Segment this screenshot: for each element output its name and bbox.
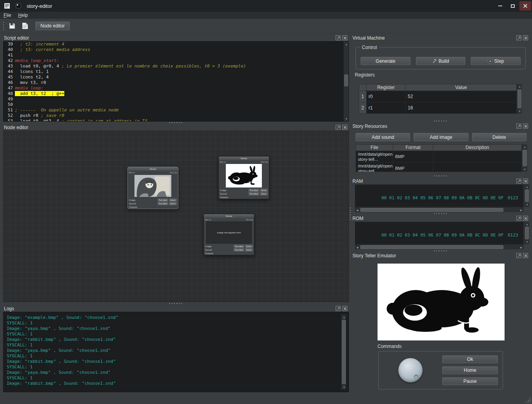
home-button[interactable]: Home [442, 366, 498, 374]
build-button[interactable]: Build [416, 57, 466, 65]
save-button[interactable] [7, 20, 18, 31]
ram-vscrollbar[interactable]: ▲ ▼ [524, 184, 529, 207]
scroll-down-icon[interactable]: ▼ [522, 167, 527, 172]
logs-scrollbar[interactable]: ▲ ▼ [341, 315, 346, 389]
splitter-vm-resources[interactable] [433, 120, 448, 122]
ok-button[interactable]: Ok [442, 355, 498, 363]
scroll-thumb[interactable] [523, 150, 527, 166]
close-window-button[interactable] [519, 1, 531, 11]
registers-scrollbar[interactable]: ▲ ▼ [517, 84, 522, 114]
scroll-up-icon[interactable]: ▲ [525, 184, 530, 189]
select-sound-button[interactable]: Select [245, 248, 253, 251]
close-button[interactable] [523, 178, 528, 184]
select-image-button[interactable]: Select [169, 198, 177, 202]
taskbar-doc-icon[interactable] [3, 2, 11, 10]
close-button[interactable] [523, 216, 528, 221]
scroll-thumb[interactable] [342, 320, 346, 384]
close-button[interactable] [523, 124, 528, 129]
add-sound-button[interactable]: Add sound [356, 133, 410, 141]
code-editor[interactable]: 39 ; t2: increment 440 ; t3: current med… [3, 41, 349, 122]
media-node-3[interactable]: Media Wire In Port Out Image will appear… [203, 214, 254, 255]
splitter-columns[interactable] [349, 207, 351, 222]
float-button[interactable] [516, 124, 521, 129]
register-row[interactable]: 1r052 [359, 91, 522, 102]
scroll-up-icon[interactable]: ▲ [525, 222, 530, 227]
resource-row[interactable]: /mnt/data/git/open-story-tell…BMP [356, 151, 527, 163]
close-button[interactable] [342, 35, 347, 40]
resize-grip[interactable] [525, 397, 530, 402]
scroll-left-icon[interactable]: ◀ [355, 207, 360, 213]
scroll-down-icon[interactable]: ▼ [525, 239, 530, 244]
register-row[interactable]: 2r116 [359, 102, 522, 114]
format-column-header[interactable]: Format [393, 144, 433, 151]
menu-file[interactable]: File [0, 12, 15, 18]
test-label-field[interactable]: Test-label [158, 202, 168, 205]
splitter-node-logs[interactable] [169, 302, 183, 304]
new-file-button[interactable] [20, 20, 31, 31]
maximize-button[interactable] [507, 1, 519, 11]
wire-in-port[interactable]: Wire In [205, 218, 211, 221]
test-label-field[interactable]: Test-label [158, 198, 168, 202]
ram-hscrollbar[interactable]: ◀ ▶ [355, 207, 524, 212]
float-button[interactable] [516, 178, 521, 184]
minimize-button[interactable] [494, 1, 506, 11]
register-column-header[interactable]: Register [367, 84, 406, 91]
port-out-port[interactable]: Port Out [170, 171, 177, 174]
select-image-button[interactable]: Select [260, 189, 268, 192]
menu-help[interactable]: Help [15, 12, 31, 18]
media-node-2[interactable]: Media Wire In Port Out Image Test-label … [218, 156, 269, 199]
splitter-rom-emulator[interactable] [433, 250, 448, 252]
select-image-button[interactable]: Select [245, 245, 253, 248]
splitter-ram-rom[interactable] [433, 213, 448, 215]
generate-button[interactable]: Generate [361, 57, 410, 65]
rom-hscrollbar[interactable]: ◀ ▶ [355, 244, 524, 249]
test-label-field[interactable]: Test-label [249, 192, 259, 195]
test-label-field[interactable]: Test-label [234, 248, 244, 251]
scroll-up-icon[interactable]: ▲ [522, 144, 527, 149]
node-canvas[interactable]: Media Wire In Port Out [3, 131, 349, 302]
delete-button[interactable]: Delete [472, 133, 527, 141]
scroll-down-icon[interactable]: ▼ [341, 384, 347, 389]
close-button[interactable] [342, 306, 347, 311]
step-button[interactable]: Step [471, 57, 521, 65]
toolbar-grip[interactable] [2, 21, 5, 31]
add-image-button[interactable]: Add image [414, 133, 468, 141]
float-button[interactable] [516, 216, 521, 221]
scroll-down-icon[interactable]: ▼ [344, 116, 349, 121]
pause-button[interactable]: Pause [442, 377, 498, 385]
scroll-left-icon[interactable]: ◀ [355, 245, 360, 250]
script-scrollbar[interactable]: ▲ ▼ [343, 42, 349, 121]
rom-vscrollbar[interactable]: ▲ ▼ [524, 222, 529, 244]
select-sound-button[interactable]: Select [260, 192, 268, 195]
file-column-header[interactable]: File [356, 144, 393, 151]
test-label-field[interactable]: Test-label [234, 245, 244, 248]
wire-in-port[interactable]: Wire In [220, 161, 226, 163]
rom-hex-view[interactable]: 00 01 02 03 04 05 06 07 08 09 0A 0B 0C 0… [355, 222, 524, 244]
scroll-right-icon[interactable]: ▶ [519, 207, 524, 213]
value-column-header[interactable]: Value [406, 84, 517, 91]
splitter-resources-ram[interactable] [433, 175, 448, 177]
scroll-up-icon[interactable]: ▲ [344, 42, 349, 47]
scroll-thumb[interactable] [525, 189, 529, 202]
select-sound-button[interactable]: Select [169, 202, 177, 205]
float-button[interactable] [516, 35, 521, 40]
test-label-field[interactable]: Test-label [249, 189, 259, 192]
scroll-up-icon[interactable]: ▲ [517, 84, 522, 89]
log-output[interactable]: Image: "example.bmp" , Sound: "choose1.s… [3, 312, 349, 392]
resources-scrollbar[interactable]: ▲ ▼ [522, 144, 527, 172]
close-button[interactable] [523, 35, 528, 40]
scroll-right-icon[interactable]: ▶ [519, 245, 524, 250]
splitter-script-node[interactable] [169, 122, 183, 124]
float-button[interactable] [516, 253, 521, 258]
scroll-down-icon[interactable]: ▼ [517, 109, 522, 114]
scroll-thumb[interactable] [360, 245, 503, 249]
float-button[interactable] [336, 35, 341, 40]
media-node-1[interactable]: Media Wire In Port Out [127, 167, 178, 209]
scroll-thumb[interactable] [525, 227, 529, 239]
float-button[interactable] [336, 306, 341, 311]
resource-row[interactable]: /mnt/data/git/open-story-tell…BMP [356, 163, 527, 172]
port-out-port[interactable]: Port Out [261, 161, 268, 163]
scroll-thumb[interactable] [344, 75, 348, 86]
app-icon[interactable] [14, 2, 23, 10]
wheel-knob[interactable] [398, 358, 423, 382]
